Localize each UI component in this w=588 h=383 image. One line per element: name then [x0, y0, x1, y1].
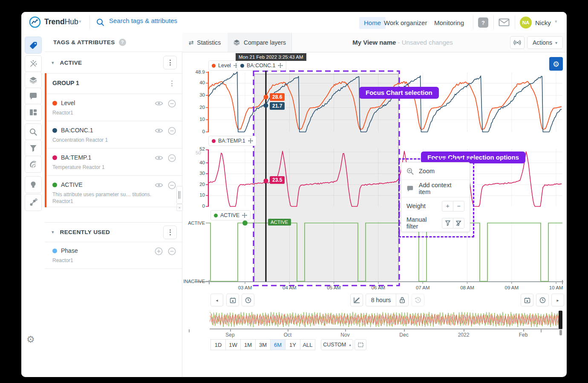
overview-range-handle[interactable]: [559, 311, 562, 329]
tag-list-item[interactable]: ACTIVEThis attribute uses parameter su… …: [46, 176, 182, 207]
divider: [515, 15, 515, 29]
cursor-value-temp: 23.5: [270, 176, 285, 184]
move-icon[interactable]: [278, 63, 283, 68]
legend-chip-temp[interactable]: BA:TEMP.1: [208, 136, 257, 146]
weight-increase-button[interactable]: +: [442, 201, 453, 212]
overview-handle-grip[interactable]: [559, 330, 562, 335]
x-tick-label: 06 AM: [366, 285, 391, 290]
tag-list-item[interactable]: BA:TEMP.1Temperature Reactor 1: [46, 149, 182, 176]
overview-timeline-chart[interactable]: [210, 311, 562, 328]
overview-tick: [345, 329, 346, 332]
panel-help-icon[interactable]: ?: [119, 39, 126, 46]
overview-month-label: Dec: [391, 332, 417, 338]
move-icon[interactable]: [242, 213, 247, 218]
rail-settings-gear-icon[interactable]: ⚙: [26, 334, 35, 345]
section-header-recent[interactable]: ▾ RECENTLY USED: [45, 222, 182, 242]
remove-circle-icon[interactable]: [168, 154, 176, 164]
remove-circle-icon[interactable]: [168, 181, 176, 191]
rail-layers-icon[interactable]: [25, 71, 42, 89]
help-icon[interactable]: ?: [478, 17, 488, 28]
range-button-6m[interactable]: 6M: [270, 339, 285, 350]
end-date-button[interactable]: [521, 294, 533, 306]
nav-tab-monitoring[interactable]: Monitoring: [434, 17, 464, 29]
pan-left-button[interactable]: ◂: [210, 294, 223, 306]
series-color-dot: [52, 183, 57, 187]
history-icon: [415, 297, 421, 303]
rail-search-icon[interactable]: [25, 123, 42, 140]
group-kebab-menu[interactable]: [171, 80, 173, 86]
tag-list-item[interactable]: LevelReactor1: [46, 94, 182, 121]
tag-description: This attribute uses parameter su… tituti…: [52, 192, 154, 197]
pan-right-button[interactable]: ▸: [551, 294, 564, 306]
rail-context-graph-icon[interactable]: [25, 194, 42, 211]
rail-fingerprints-icon[interactable]: [25, 156, 42, 173]
rail-formulas-icon[interactable]: [25, 55, 42, 72]
filter-keep-button[interactable]: [442, 218, 453, 229]
menu-item-zoom[interactable]: Zoom: [401, 163, 470, 180]
start-date-button[interactable]: [226, 294, 239, 306]
tag-list-item[interactable]: BA:CONC.1Concentration Reactor 1: [46, 121, 182, 149]
statistics-button[interactable]: ⇄ Statistics: [182, 33, 228, 52]
mail-icon[interactable]: [499, 18, 510, 26]
avatar[interactable]: NA: [520, 17, 532, 29]
y-tick-label: 10: [184, 117, 205, 122]
nav-tab-home[interactable]: Home: [359, 17, 386, 29]
legend-chip-active[interactable]: ACTIVE: [210, 210, 251, 220]
custom-range-button[interactable]: CUSTOM▴: [321, 339, 353, 350]
duration-button[interactable]: 8 hours: [366, 294, 396, 306]
revert-time-button[interactable]: [412, 294, 424, 306]
range-button-3m[interactable]: 3M: [255, 339, 271, 350]
nav-tab-work-organizer[interactable]: Work organizer: [384, 17, 427, 29]
custom-range-window-button[interactable]: [355, 339, 366, 350]
range-button-1w[interactable]: 1W: [225, 339, 241, 350]
series-color-dot: [240, 64, 244, 68]
y-tick-label: 20: [184, 105, 205, 110]
trend-steps-icon: [353, 297, 360, 303]
weight-decrease-button[interactable]: −: [453, 201, 464, 212]
range-button-all[interactable]: ALL: [300, 339, 315, 350]
chart-settings-button[interactable]: ⚙: [549, 57, 563, 71]
visibility-eye-icon[interactable]: [155, 182, 163, 190]
remove-circle-icon[interactable]: [168, 247, 176, 257]
series-color-dot: [52, 249, 57, 253]
top-header: TrendHub ▾ Home Work organizer Monitorin…: [21, 12, 567, 33]
actions-button[interactable]: Actions▾: [527, 36, 563, 49]
user-menu[interactable]: Nicky: [535, 17, 551, 29]
end-time-button[interactable]: [536, 294, 549, 306]
legend-chip-conc[interactable]: BA:CONC.1: [237, 60, 286, 71]
section-kebab-menu[interactable]: [163, 226, 177, 239]
visibility-eye-icon[interactable]: [155, 128, 163, 135]
rail-recommendations-icon[interactable]: [25, 176, 42, 193]
live-broadcast-button[interactable]: [510, 36, 525, 49]
range-button-1m[interactable]: 1M: [240, 339, 256, 350]
rail-tags-icon[interactable]: [25, 37, 42, 54]
visibility-eye-icon[interactable]: [155, 155, 163, 163]
rail-filters-icon[interactable]: [25, 140, 42, 157]
group-header[interactable]: GROUP 1: [46, 73, 182, 94]
compare-layers-button[interactable]: Compare layers: [228, 33, 292, 52]
search-input[interactable]: [108, 17, 340, 25]
x-tick-label: 09 AM: [499, 285, 525, 290]
tag-list-item[interactable]: PhaseReactor1: [45, 242, 182, 269]
collapse-caret-icon[interactable]: ▾: [52, 229, 54, 235]
lock-duration-button[interactable]: [396, 294, 409, 306]
rail-annotations-icon[interactable]: [25, 88, 42, 105]
remove-circle-icon[interactable]: [168, 100, 176, 109]
section-header-active[interactable]: ▾ ACTIVE: [45, 52, 182, 74]
start-time-button[interactable]: [242, 294, 254, 306]
add-circle-icon[interactable]: [155, 247, 163, 257]
rail-dashboards-icon[interactable]: [25, 104, 42, 121]
range-button-1d[interactable]: 1D: [210, 339, 226, 350]
tag-name: BA:TEMP.1: [61, 154, 91, 161]
logo-chevron-down-icon[interactable]: ▾: [79, 19, 81, 24]
chart-type-button[interactable]: [350, 294, 363, 306]
section-kebab-menu[interactable]: [163, 56, 177, 69]
range-button-1y[interactable]: 1Y: [285, 339, 300, 350]
menu-item-add-context[interactable]: Add context item: [401, 180, 470, 197]
move-icon[interactable]: [248, 138, 253, 143]
collapse-caret-icon[interactable]: ▾: [52, 60, 54, 66]
user-chevron-down-icon[interactable]: ▾: [555, 19, 557, 24]
visibility-eye-icon[interactable]: [155, 100, 163, 108]
remove-circle-icon[interactable]: [168, 127, 176, 137]
funnel-exclude-button[interactable]: [453, 218, 464, 229]
